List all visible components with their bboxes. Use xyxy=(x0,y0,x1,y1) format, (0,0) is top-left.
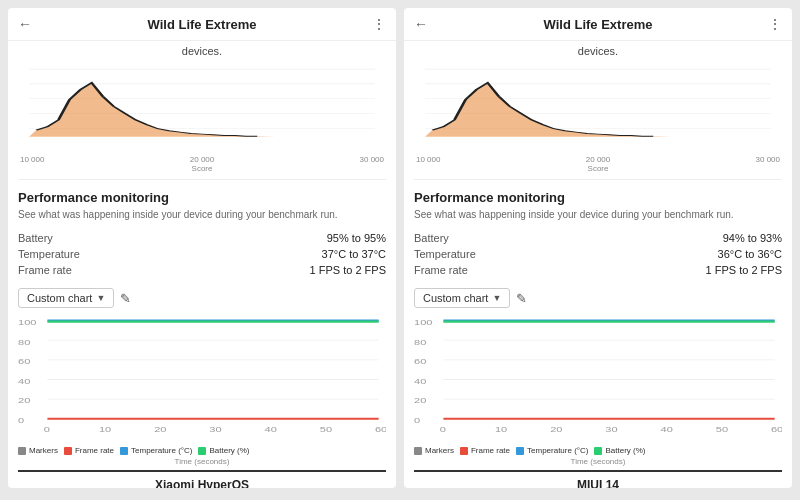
perf-title: Performance monitoring xyxy=(18,190,386,205)
svg-text:20: 20 xyxy=(154,426,166,433)
chart-dropdown-label: Custom chart xyxy=(27,292,92,304)
svg-text:20: 20 xyxy=(550,426,562,433)
chart-selector-row: Custom chart▼✎ xyxy=(18,288,386,308)
performance-chart: 1008060402000102030405060Wild Life Extre… xyxy=(414,314,782,444)
svg-text:40: 40 xyxy=(661,426,673,433)
chart-dropdown[interactable]: Custom chart▼ xyxy=(414,288,510,308)
perf-title: Performance monitoring xyxy=(414,190,782,205)
legend-label: Frame rate xyxy=(75,446,114,455)
temperature-row: Temperature36°C to 36°C xyxy=(414,246,782,262)
legend-label: Temperature (°C) xyxy=(527,446,588,455)
svg-text:60: 60 xyxy=(771,426,782,433)
edit-icon[interactable]: ✎ xyxy=(516,291,527,306)
svg-text:80: 80 xyxy=(18,339,30,346)
panel-header: ←Wild Life Extreme⋮ xyxy=(404,8,792,41)
share-icon[interactable]: ⋮ xyxy=(372,16,386,32)
back-icon[interactable]: ← xyxy=(414,16,428,32)
legend-label: Battery (%) xyxy=(209,446,249,455)
svg-text:40: 40 xyxy=(18,378,30,385)
svg-text:0: 0 xyxy=(414,417,420,424)
panel-header: ←Wild Life Extreme⋮ xyxy=(8,8,396,41)
svg-text:30: 30 xyxy=(209,426,221,433)
legend-label: Markers xyxy=(29,446,58,455)
temperature-row-label: Temperature xyxy=(414,248,476,260)
time-axis-label: Time (seconds) xyxy=(414,457,782,466)
legend-color xyxy=(460,447,468,455)
battery-row-label: Battery xyxy=(414,232,449,244)
temperature-row-label: Temperature xyxy=(18,248,80,260)
battery-row-value: 95% to 95% xyxy=(327,232,386,244)
legend-color xyxy=(516,447,524,455)
legend-item: Markers xyxy=(18,446,58,455)
svg-text:0: 0 xyxy=(440,426,446,433)
device-name: Xiaomi HyperOS xyxy=(18,470,386,488)
legend-color xyxy=(64,447,72,455)
temperature-row: Temperature37°C to 37°C xyxy=(18,246,386,262)
legend-label: Temperature (°C) xyxy=(131,446,192,455)
svg-text:40: 40 xyxy=(265,426,277,433)
score-axis: 10 00020 00030 000 xyxy=(414,155,782,164)
svg-text:100: 100 xyxy=(414,319,432,326)
svg-text:60: 60 xyxy=(18,358,30,365)
battery-row-label: Battery xyxy=(18,232,53,244)
frame-rate-row-value: 1 FPS to 2 FPS xyxy=(706,264,782,276)
svg-text:100: 100 xyxy=(18,319,36,326)
devices-container: ←Wild Life Extreme⋮devices.10 00020 0003… xyxy=(0,0,800,500)
panel-body: devices.10 00020 00030 000ScorePerforman… xyxy=(8,41,396,488)
battery-row: Battery94% to 93% xyxy=(414,230,782,246)
back-icon[interactable]: ← xyxy=(18,16,32,32)
legend-item: Markers xyxy=(414,446,454,455)
legend-color xyxy=(594,447,602,455)
legend-color xyxy=(198,447,206,455)
perf-subtitle: See what was happening inside your devic… xyxy=(18,208,386,222)
share-icon[interactable]: ⋮ xyxy=(768,16,782,32)
svg-text:60: 60 xyxy=(375,426,386,433)
panel-title: Wild Life Extreme xyxy=(544,17,653,32)
device-panel-right: ←Wild Life Extreme⋮devices.10 00020 0003… xyxy=(404,8,792,488)
chart-dropdown[interactable]: Custom chart▼ xyxy=(18,288,114,308)
legend-item: Frame rate xyxy=(460,446,510,455)
svg-text:20: 20 xyxy=(414,398,426,405)
histogram-area xyxy=(18,63,386,153)
frame-rate-row: Frame rate1 FPS to 2 FPS xyxy=(18,262,386,278)
panel-title: Wild Life Extreme xyxy=(148,17,257,32)
svg-text:10: 10 xyxy=(495,426,507,433)
perf-section: Performance monitoringSee what was happe… xyxy=(414,190,782,278)
score-label: Score xyxy=(18,164,386,173)
perf-section: Performance monitoringSee what was happe… xyxy=(18,190,386,278)
chevron-down-icon: ▼ xyxy=(492,293,501,303)
svg-text:80: 80 xyxy=(414,339,426,346)
chart-dropdown-label: Custom chart xyxy=(423,292,488,304)
svg-text:0: 0 xyxy=(18,417,24,424)
legend-item: Battery (%) xyxy=(594,446,645,455)
legend-item: Battery (%) xyxy=(198,446,249,455)
time-axis-label: Time (seconds) xyxy=(18,457,386,466)
frame-rate-row: Frame rate1 FPS to 2 FPS xyxy=(414,262,782,278)
battery-row-value: 94% to 93% xyxy=(723,232,782,244)
chart-legend: MarkersFrame rateTemperature (°C)Battery… xyxy=(414,446,782,455)
legend-label: Frame rate xyxy=(471,446,510,455)
frame-rate-row-value: 1 FPS to 2 FPS xyxy=(310,264,386,276)
legend-item: Temperature (°C) xyxy=(516,446,588,455)
chart-selector-row: Custom chart▼✎ xyxy=(414,288,782,308)
chart-legend: MarkersFrame rateTemperature (°C)Battery… xyxy=(18,446,386,455)
perf-subtitle: See what was happening inside your devic… xyxy=(414,208,782,222)
panel-body: devices.10 00020 00030 000ScorePerforman… xyxy=(404,41,792,488)
svg-text:50: 50 xyxy=(320,426,332,433)
legend-color xyxy=(18,447,26,455)
svg-text:30: 30 xyxy=(605,426,617,433)
device-name: MIUI 14 xyxy=(414,470,782,488)
devices-text: devices. xyxy=(18,41,386,59)
score-axis: 10 00020 00030 000 xyxy=(18,155,386,164)
device-panel-left: ←Wild Life Extreme⋮devices.10 00020 0003… xyxy=(8,8,396,488)
legend-color xyxy=(414,447,422,455)
frame-rate-row-label: Frame rate xyxy=(414,264,468,276)
svg-text:0: 0 xyxy=(44,426,50,433)
edit-icon[interactable]: ✎ xyxy=(120,291,131,306)
legend-label: Battery (%) xyxy=(605,446,645,455)
frame-rate-row-label: Frame rate xyxy=(18,264,72,276)
legend-item: Temperature (°C) xyxy=(120,446,192,455)
battery-row: Battery95% to 95% xyxy=(18,230,386,246)
temperature-row-value: 36°C to 36°C xyxy=(718,248,782,260)
chevron-down-icon: ▼ xyxy=(96,293,105,303)
